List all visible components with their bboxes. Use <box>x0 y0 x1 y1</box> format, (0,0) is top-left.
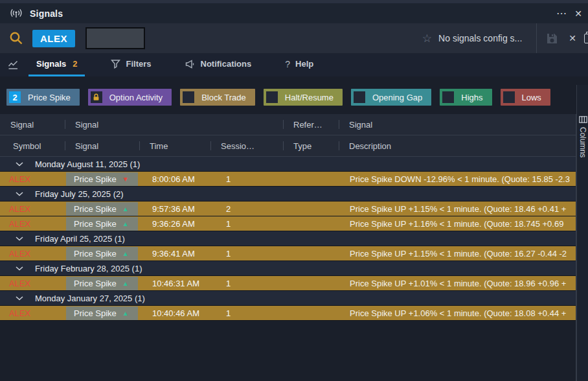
date-group-label: Friday April 25, 2025 (1) <box>35 234 125 244</box>
col-header-time[interactable]: Time <box>139 135 210 156</box>
date-group-label: Monday August 11, 2025 (1) <box>35 159 140 169</box>
filter-button-option-activity[interactable]: Option Activity <box>88 89 172 106</box>
checkbox-icon[interactable] <box>354 91 365 103</box>
columns-panel-tab[interactable]: Columns <box>577 116 588 157</box>
save-icon[interactable] <box>546 32 558 45</box>
clear-config-icon[interactable]: ✕ <box>569 33 576 43</box>
session-cell: 1 <box>210 216 283 231</box>
signal-cell: Price Spike▲ <box>65 202 139 216</box>
date-group-row[interactable]: Friday April 25, 2025 (1) <box>0 231 576 246</box>
description-cell: Price Spike UP +1.01% < 1 minute. (Quote… <box>339 276 576 290</box>
col-header-symbol[interactable]: Symbol <box>0 135 65 156</box>
columns-icon <box>579 116 587 123</box>
tab-notifications-label: Notifications <box>201 59 252 69</box>
signal-cell: Price Spike▲ <box>65 276 139 290</box>
group-header-signal-2[interactable]: Signal <box>65 114 283 135</box>
date-group-row[interactable]: Friday February 28, 2025 (1) <box>0 261 576 276</box>
window-menu-button[interactable]: ⋯ <box>553 7 570 19</box>
tab-signals[interactable]: Signals 2 <box>28 53 85 76</box>
signal-cell: Price Spike▲ <box>65 246 139 260</box>
symbol-search-input[interactable] <box>85 27 145 49</box>
filter-button-highs[interactable]: Highs <box>440 89 492 106</box>
clipboard-icon[interactable] <box>584 34 588 43</box>
symbol-toolbar: ALEX ☆ No signals config s... ✕ <box>0 23 588 53</box>
symbol-cell: ALEX <box>0 172 65 186</box>
group-header-refer[interactable]: Refer… <box>283 114 339 135</box>
tab-signals-badge: 2 <box>73 59 77 69</box>
filter-label-option-activity: Option Activity <box>109 93 163 102</box>
signal-cell: Price Spike▼ <box>65 172 139 186</box>
filter-button-lows[interactable]: Lows <box>501 89 550 106</box>
signal-row[interactable]: ALEXPrice Spike▲9:36:41 AM1Price Spike U… <box>0 246 576 261</box>
filter-button-halt-resume[interactable]: Halt/Resume <box>264 89 343 106</box>
date-group-label: Friday February 28, 2025 (1) <box>35 264 142 273</box>
up-arrow-icon: ▲ <box>122 280 129 287</box>
broadcast-icon <box>9 8 23 18</box>
chevron-down-icon[interactable] <box>16 192 23 196</box>
table-body: Monday August 11, 2025 (1)ALEXPrice Spik… <box>0 157 576 321</box>
signal-row[interactable]: ALEXPrice Spike▲10:46:31 AM1Price Spike … <box>0 276 576 291</box>
tab-filters[interactable]: Filters <box>103 53 159 76</box>
session-cell: 1 <box>210 172 283 186</box>
tab-help[interactable]: ? Help <box>277 53 321 76</box>
signal-row[interactable]: ALEXPrice Spike▼8:00:06 AM1Price Spike D… <box>0 172 576 187</box>
type-cell <box>283 306 339 320</box>
signal-row[interactable]: ALEXPrice Spike▲9:57:36 AM2Price Spike U… <box>0 202 576 216</box>
symbol-cell: ALEX <box>0 216 65 231</box>
col-header-signal[interactable]: Signal <box>65 135 139 156</box>
group-header-signal-1[interactable]: Signal <box>0 114 65 135</box>
tab-bar: Signals 2 Filters Notifications ? Help <box>0 53 588 76</box>
col-header-description[interactable]: Description <box>339 135 576 156</box>
checkbox-icon[interactable] <box>183 91 194 103</box>
checkbox-icon[interactable] <box>442 91 454 103</box>
symbol-cell: ALEX <box>0 306 65 320</box>
tab-help-label: Help <box>295 59 313 69</box>
session-cell: 1 <box>210 276 283 290</box>
symbol-badge[interactable]: ALEX <box>32 30 75 47</box>
symbol-cell: ALEX <box>0 246 65 260</box>
date-group-row[interactable]: Monday August 11, 2025 (1) <box>0 157 576 172</box>
time-cell: 9:36:41 AM <box>139 246 210 260</box>
date-group-row[interactable]: Monday January 27, 2025 (1) <box>0 291 576 306</box>
chevron-down-icon[interactable] <box>16 162 23 167</box>
filter-button-block-trade[interactable]: Block Trade <box>180 89 255 106</box>
signal-name: Price Spike <box>74 174 117 184</box>
filter-label-opening-gap: Opening Gap <box>372 93 422 102</box>
chevron-down-icon[interactable] <box>16 296 23 301</box>
filter-count-badge[interactable]: 2 <box>9 91 21 103</box>
toolbar-right: ☆ No signals config s... ✕ <box>422 23 588 53</box>
column-header-row: Symbol Signal Time Sessio… Type Descript… <box>0 135 576 157</box>
chart-icon <box>8 53 19 76</box>
favorite-star-icon[interactable]: ☆ <box>422 32 432 45</box>
chevron-down-icon[interactable] <box>16 237 23 241</box>
up-arrow-icon: ▲ <box>122 205 129 213</box>
signals-table: Signal Signal Refer… Signal Symbol Signa… <box>0 114 576 381</box>
filter-zone: 2Price SpikeOption ActivityBlock TradeHa… <box>0 76 588 114</box>
col-header-session[interactable]: Sessio… <box>210 135 283 156</box>
filter-button-opening-gap[interactable]: Opening Gap <box>351 89 431 106</box>
description-cell: Price Spike UP +1.16% < 1 minute. (Quote… <box>339 216 576 231</box>
filter-button-price-spike[interactable]: 2Price Spike <box>6 89 80 106</box>
session-cell: 1 <box>210 246 283 260</box>
checkbox-icon[interactable] <box>266 91 278 103</box>
tab-notifications[interactable]: Notifications <box>177 53 260 76</box>
type-cell <box>283 276 339 290</box>
lock-icon[interactable] <box>91 91 102 103</box>
symbol-cell: ALEX <box>0 276 65 290</box>
group-header-signal-3[interactable]: Signal <box>339 114 576 135</box>
filter-label-block-trade: Block Trade <box>201 93 246 102</box>
help-icon: ? <box>285 59 290 69</box>
filter-bar: 2Price SpikeOption ActivityBlock TradeHa… <box>6 89 588 106</box>
date-group-row[interactable]: Friday July 25, 2025 (2) <box>0 187 576 202</box>
time-cell: 10:40:46 AM <box>139 306 210 320</box>
up-arrow-icon: ▲ <box>122 220 129 227</box>
chevron-down-icon[interactable] <box>16 266 23 271</box>
col-header-type[interactable]: Type <box>283 135 339 156</box>
filter-label-price-spike: Price Spike <box>28 93 71 102</box>
checkbox-icon[interactable] <box>503 91 515 103</box>
session-cell: 2 <box>210 202 283 216</box>
signal-row[interactable]: ALEXPrice Spike▲10:40:46 AM1Price Spike … <box>0 306 576 321</box>
signal-row[interactable]: ALEXPrice Spike▲9:36:26 AM1Price Spike U… <box>0 216 576 231</box>
window-close-button[interactable]: ✕ <box>570 8 587 19</box>
time-cell: 8:00:06 AM <box>139 172 210 186</box>
